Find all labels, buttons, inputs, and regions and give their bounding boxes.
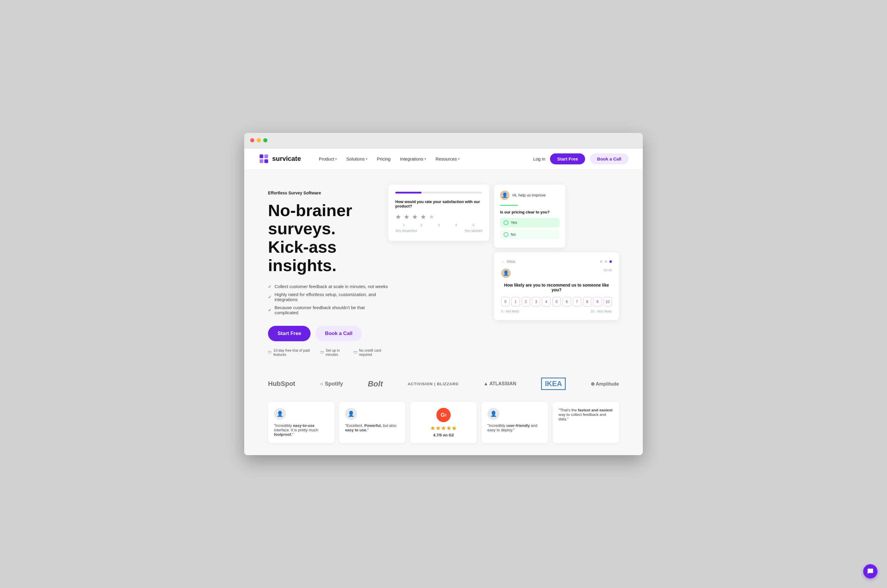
chevron-down-icon: ▾ bbox=[458, 157, 460, 160]
testimonials-section: 👤 "Incredibly easy-to-use interface. It … bbox=[244, 402, 643, 455]
nps-num-0[interactable]: 0 bbox=[501, 297, 510, 306]
rating-question: How would you rate your satisfaction wit… bbox=[395, 200, 482, 208]
hero-right: How would you rate your satisfaction wit… bbox=[388, 184, 619, 320]
traffic-light-yellow[interactable] bbox=[257, 138, 261, 142]
star-rating: ★ ★ ★ ★ ★ bbox=[395, 213, 482, 221]
nps-num-10[interactable]: 10 bbox=[604, 297, 612, 306]
radio-no bbox=[504, 232, 508, 237]
logo-icon bbox=[259, 153, 269, 164]
browser-chrome bbox=[244, 133, 643, 148]
check-icon: ✓ bbox=[268, 284, 272, 289]
nps-num-4[interactable]: 4 bbox=[542, 297, 550, 306]
card-icon: 🛡 bbox=[354, 351, 357, 355]
logo-ikea: IKEA bbox=[541, 378, 566, 390]
footnote-setup: 🛡 Set up in minutes bbox=[320, 348, 348, 357]
pricing-card-header: 👤 Hi, help us improve bbox=[500, 190, 559, 200]
hero-eyebrow: Effortless Survey Software bbox=[268, 190, 388, 195]
hero-section: Effortless Survey Software No-brainer su… bbox=[244, 170, 643, 369]
nav-solutions[interactable]: Solutions ▾ bbox=[346, 156, 367, 161]
hero-start-free-button[interactable]: Start Free bbox=[268, 326, 311, 341]
testimonial-avatar-2: 👤 bbox=[345, 408, 357, 420]
card-column-right: 👤 Hi, help us improve Is our pricing cle… bbox=[494, 184, 619, 320]
logo-bolt: Bolt bbox=[368, 380, 383, 388]
star-1[interactable]: ★ bbox=[395, 213, 401, 221]
nps-dot-icon bbox=[609, 260, 612, 263]
card-column-left: How would you rate your satisfaction wit… bbox=[388, 184, 489, 320]
chat-icon bbox=[867, 568, 873, 574]
hero-book-call-button[interactable]: Book a Call bbox=[315, 326, 362, 341]
logo-spotify: ○ Spotify bbox=[320, 381, 343, 387]
nps-num-6[interactable]: 6 bbox=[562, 297, 571, 306]
browser-window: survicate Product ▾ Solutions ▾ Pricing … bbox=[244, 133, 643, 455]
logo-activision: ACTIVISION | BLIZZARD bbox=[408, 382, 459, 386]
testimonial-card-4: "That's the fastest and easiest way to c… bbox=[553, 402, 619, 443]
nav-actions: Log in Start Free Book a Call bbox=[533, 153, 628, 164]
nav-integrations[interactable]: Integrations ▾ bbox=[400, 156, 426, 161]
hero-title: No-brainer surveys. Kick-ass insights. bbox=[268, 201, 388, 274]
star-3[interactable]: ★ bbox=[412, 213, 418, 221]
testimonial-text-1: "Incredibly easy-to-use interface. It is… bbox=[274, 423, 328, 437]
card-divider bbox=[500, 205, 518, 206]
star-4[interactable]: ★ bbox=[420, 213, 426, 221]
progress-bar bbox=[395, 192, 482, 194]
nps-inbox: ← Inbox bbox=[501, 260, 515, 264]
page-body: survicate Product ▾ Solutions ▾ Pricing … bbox=[244, 148, 643, 455]
nps-num-8[interactable]: 8 bbox=[583, 297, 591, 306]
traffic-light-green[interactable] bbox=[263, 138, 268, 142]
pricing-card: 👤 Hi, help us improve Is our pricing cle… bbox=[494, 184, 565, 248]
chevron-down-icon: ▾ bbox=[335, 157, 337, 160]
nps-icons bbox=[600, 260, 612, 263]
nps-num-3[interactable]: 3 bbox=[532, 297, 540, 306]
login-button[interactable]: Log in bbox=[533, 156, 545, 161]
nav-resources[interactable]: Resources ▾ bbox=[436, 156, 460, 161]
check-icon: ✓ bbox=[268, 308, 272, 312]
chevron-down-icon: ▾ bbox=[424, 157, 426, 160]
star-2[interactable]: ★ bbox=[404, 213, 410, 221]
chevron-down-icon: ▾ bbox=[366, 157, 367, 160]
traffic-light-red[interactable] bbox=[250, 138, 254, 142]
radio-yes bbox=[504, 220, 508, 225]
logo-hubspot: HubSpot bbox=[268, 380, 295, 388]
hero-cta: Start Free Book a Call bbox=[268, 326, 388, 341]
nps-num-5[interactable]: 5 bbox=[552, 297, 561, 306]
g2-rating: 4.7/5 on G2 bbox=[433, 433, 454, 437]
nav-links: Product ▾ Solutions ▾ Pricing Integratio… bbox=[319, 156, 533, 161]
logos-section: HubSpot ○ Spotify Bolt ACTIVISION | BLIZ… bbox=[244, 369, 643, 402]
pricing-question: Is our pricing clear to you? bbox=[500, 210, 559, 214]
testimonial-avatar-1: 👤 bbox=[274, 408, 286, 420]
arrow-left-icon: ← bbox=[501, 260, 505, 264]
footnote-credit: 🛡 No credit card required bbox=[354, 348, 388, 357]
nps-dot-icon bbox=[605, 260, 607, 263]
nps-num-7[interactable]: 7 bbox=[573, 297, 581, 306]
svg-rect-1 bbox=[265, 154, 268, 159]
check-icon: ✓ bbox=[268, 295, 272, 299]
testimonial-text-4: "That's the fastest and easiest way to c… bbox=[559, 408, 613, 421]
testimonial-avatar-3: 👤 bbox=[487, 408, 499, 420]
clock-icon: 🛡 bbox=[320, 351, 324, 355]
feature-item: ✓ Collect customer feedback at scale in … bbox=[268, 284, 388, 289]
nps-num-2[interactable]: 2 bbox=[522, 297, 530, 306]
svg-rect-3 bbox=[265, 159, 268, 163]
star-5[interactable]: ★ bbox=[428, 213, 434, 221]
progress-fill bbox=[395, 192, 421, 194]
nav-pricing[interactable]: Pricing bbox=[377, 156, 391, 161]
logo-amplitude: ⊕ Amplitude bbox=[591, 381, 619, 387]
chat-bubble[interactable] bbox=[863, 564, 878, 579]
hero-left: Effortless Survey Software No-brainer su… bbox=[268, 188, 388, 357]
footnote-trial: 🛡 10-day free trial of paid features bbox=[268, 348, 314, 357]
nav-product[interactable]: Product ▾ bbox=[319, 156, 337, 161]
testimonial-card-3: 👤 "Incredibly user-friendly and easy to … bbox=[481, 402, 548, 443]
start-free-button[interactable]: Start Free bbox=[550, 153, 585, 164]
nps-num-9[interactable]: 9 bbox=[593, 297, 601, 306]
pricing-option-no[interactable]: No bbox=[500, 230, 559, 239]
book-call-button[interactable]: Book a Call bbox=[590, 153, 628, 164]
shield-icon: 🛡 bbox=[268, 351, 272, 355]
g2-card: G2 ★★★★★ 4.7/5 on G2 bbox=[410, 402, 477, 443]
nps-num-1[interactable]: 1 bbox=[511, 297, 520, 306]
avatar: 👤 bbox=[501, 268, 511, 278]
pricing-option-yes[interactable]: Yes bbox=[500, 218, 559, 227]
nps-card: ← Inbox 👤 09:45 bbox=[494, 252, 619, 320]
testimonial-card-1: 👤 "Incredibly easy-to-use interface. It … bbox=[268, 402, 334, 443]
star-numbers: 1 2 3 4 5 bbox=[395, 223, 482, 227]
logo[interactable]: survicate bbox=[259, 153, 301, 164]
